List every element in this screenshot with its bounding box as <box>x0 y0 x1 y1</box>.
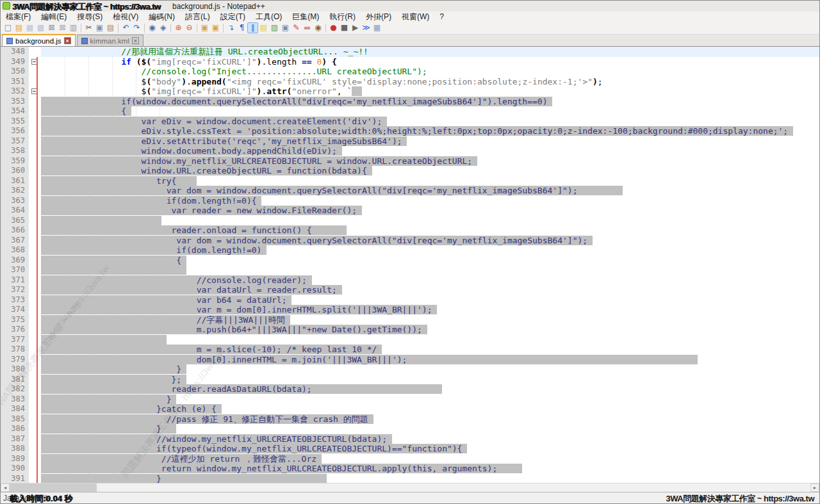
code-text[interactable]: if(dom.length!=0) <box>41 245 819 256</box>
code-line[interactable]: 373 var b64 = dataUrl; <box>1 295 819 305</box>
code-line[interactable]: 349 if ($("img[reqc='fixCURL']").length … <box>1 57 819 67</box>
code-text[interactable]: $("img[reqc='fixCURL']").attr("onerror",… <box>41 86 819 97</box>
line-number[interactable]: 366 <box>1 225 29 236</box>
save-all-button[interactable]: ▩ <box>35 22 46 33</box>
code-line[interactable]: 389 //這裡少加 return ，難怪會當...Orz <box>1 454 819 464</box>
fold-margin[interactable] <box>29 325 41 335</box>
tab-kimman.kml[interactable]: kimman.kml× <box>77 35 144 46</box>
fold-margin[interactable] <box>29 146 41 156</box>
code-line[interactable]: 382 reader.readAsDataURL(bdata); <box>1 384 819 394</box>
code-text[interactable]: if(typeof(window.my_netflix_URLCREATEOBJ… <box>41 444 819 454</box>
code-line[interactable]: 358 window.document.body.appendChild(eDi… <box>1 146 819 156</box>
fold-margin[interactable] <box>29 67 41 77</box>
code-text[interactable]: //console.log("Inject..............URL c… <box>41 67 819 77</box>
code-text[interactable]: } <box>41 364 819 375</box>
line-number[interactable]: 361 <box>1 176 29 186</box>
menu-item-4[interactable]: 檢視(V) <box>108 12 144 22</box>
code-line[interactable]: 366 reader.onload = function() { <box>1 225 819 236</box>
fold-margin[interactable] <box>29 97 41 107</box>
fold-margin[interactable] <box>29 256 41 266</box>
fold-margin[interactable] <box>29 295 41 305</box>
line-number[interactable]: 376 <box>1 325 29 335</box>
line-number[interactable]: 377 <box>1 335 29 345</box>
fold-margin[interactable] <box>29 106 41 117</box>
line-number[interactable]: 386 <box>1 424 29 434</box>
code-line[interactable]: 387 //window.my_netflix_URLCREATEOBJECTU… <box>1 434 819 444</box>
fold-margin[interactable] <box>29 206 41 216</box>
code-line[interactable]: 351 $("body").append("<img reqc='fixCURL… <box>1 77 819 87</box>
open-folder-button[interactable]: ▤ <box>13 22 24 33</box>
line-number[interactable]: 364 <box>1 206 29 216</box>
menu-item-11[interactable]: 外掛(P) <box>361 12 397 22</box>
code-line[interactable]: 348 //那就用這個方法重新註冊 URL.createObjectURL...… <box>1 47 819 57</box>
line-number[interactable]: 359 <box>1 156 29 167</box>
fold-margin[interactable] <box>29 216 41 226</box>
code-text[interactable]: $("body").append("<img reqc='fixCURL' st… <box>41 77 819 87</box>
code-line[interactable]: 350 //console.log("Inject..............U… <box>1 67 819 77</box>
word-wrap-button[interactable]: ↴ <box>226 22 236 33</box>
zoom-in-button[interactable]: ⊕ <box>173 22 184 33</box>
code-text[interactable]: } <box>41 474 819 484</box>
code-line[interactable]: 365 <box>1 216 819 226</box>
fold-margin[interactable] <box>29 375 41 385</box>
tab-background.js[interactable]: background.js× <box>2 34 76 46</box>
code-text[interactable]: //console.log(reader); <box>41 275 819 286</box>
code-text[interactable]: } <box>41 394 819 405</box>
code-line[interactable]: 352 $("img[reqc='fixCURL']").attr("onerr… <box>1 86 819 97</box>
code-line[interactable]: 357 eDiv.setAttribute('reqc','my_netflix… <box>1 136 819 147</box>
code-line[interactable]: 388 if(typeof(window.my_netflix_URLCREAT… <box>1 444 819 454</box>
fold-margin[interactable] <box>29 245 41 256</box>
menu-item-5[interactable]: 編碼(N) <box>144 12 180 22</box>
code-text[interactable]: var m = dom[0].innerHTML.split('|||3WA_B… <box>41 305 819 315</box>
fold-margin[interactable] <box>29 136 41 147</box>
code-line[interactable]: 371 //console.log(reader); <box>1 275 819 286</box>
fold-margin[interactable] <box>29 47 41 57</box>
code-line[interactable]: 378 m = m.slice(-10); /* keep last 10 */ <box>1 345 819 355</box>
code-text[interactable]: reader.onload = function() { <box>41 225 819 236</box>
code-text[interactable]: try{ <box>41 176 819 186</box>
line-number[interactable]: 389 <box>1 454 29 464</box>
code-text[interactable]: return window.my_netflix_URLCREATEOBJECT… <box>41 464 819 474</box>
menu-item-10[interactable]: 執行(R) <box>324 12 361 22</box>
line-number[interactable]: 367 <box>1 236 29 246</box>
fold-margin[interactable] <box>29 404 41 414</box>
fold-margin[interactable] <box>29 464 41 474</box>
code-line[interactable]: 367 var dom = window.document.querySelec… <box>1 236 819 246</box>
view-monitor-button[interactable]: ◉ <box>313 22 324 33</box>
line-number[interactable]: 356 <box>1 126 29 136</box>
fold-margin[interactable] <box>29 186 41 196</box>
line-number[interactable]: 369 <box>1 256 29 266</box>
fold-margin[interactable] <box>29 265 41 275</box>
line-number[interactable]: 352 <box>1 86 29 97</box>
code-text[interactable]: //字幕|||3WA|||時間 <box>41 315 819 325</box>
line-number[interactable]: 362 <box>1 186 29 196</box>
line-number[interactable]: 368 <box>1 245 29 256</box>
fold-margin[interactable] <box>29 315 41 325</box>
print-button[interactable]: ▥ <box>68 22 79 33</box>
line-number[interactable]: 358 <box>1 146 29 156</box>
close-all-button[interactable]: ⊠ <box>57 22 68 33</box>
redo-button[interactable]: ↷ <box>131 22 142 33</box>
code-line[interactable]: 375 //字幕|||3WA|||時間 <box>1 315 819 325</box>
line-number[interactable]: 354 <box>1 106 29 117</box>
new-file-button[interactable]: □ <box>3 22 13 33</box>
line-number[interactable]: 355 <box>1 117 29 127</box>
sync-vertical-button[interactable]: ▣ <box>199 22 210 33</box>
menu-item-13[interactable]: ? <box>434 12 449 21</box>
line-number[interactable]: 378 <box>1 345 29 355</box>
line-number[interactable]: 360 <box>1 166 29 176</box>
line-number[interactable]: 390 <box>1 464 29 474</box>
code-text[interactable]: dom[0].innerHTML = m.join('|||3WA_BR|||'… <box>41 355 819 365</box>
scroll-right-arrow-icon[interactable]: ► <box>810 484 819 492</box>
fold-margin[interactable] <box>29 236 41 246</box>
fold-margin[interactable] <box>29 414 41 425</box>
function-list-button[interactable]: ▤ <box>258 22 269 33</box>
code-line[interactable]: 356 eDiv.style.cssText = 'position:absol… <box>1 126 819 136</box>
code-text[interactable]: }catch (e) { <box>41 404 819 414</box>
macro-record-button[interactable]: ● <box>328 22 339 33</box>
code-line[interactable]: 363 if(dom.length!=0){ <box>1 196 819 206</box>
menu-item-3[interactable]: 搜尋(S) <box>72 12 108 22</box>
macro-run-multiple-button[interactable]: ≫ <box>361 22 372 33</box>
line-number[interactable]: 349 <box>1 57 29 67</box>
line-number[interactable]: 348 <box>1 47 29 57</box>
